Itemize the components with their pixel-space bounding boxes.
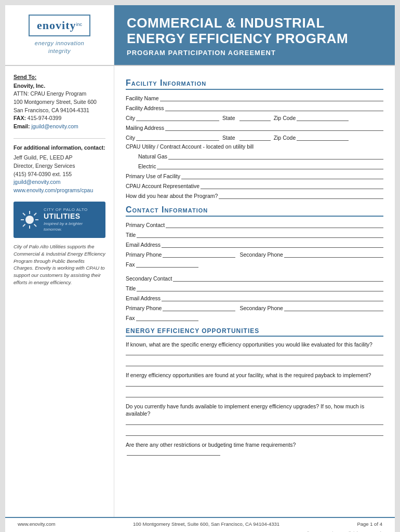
eeo-q2-text: If energy efficiency opportunities are f… bbox=[126, 371, 383, 388]
primary-phone-line-1[interactable] bbox=[163, 250, 235, 258]
footer-copyright: © 2009 Enovity Inc. All rights reserved. bbox=[5, 530, 395, 532]
email-row-1: Email Address bbox=[126, 241, 383, 248]
svg-line-5 bbox=[23, 213, 25, 216]
secondary-contact-row: Secondary Contact bbox=[126, 274, 383, 282]
state-line-2[interactable] bbox=[239, 134, 271, 141]
eeo-q3-line[interactable] bbox=[126, 429, 383, 436]
contact-phone: (415) 974-0390 ext. 155 bbox=[14, 170, 105, 179]
city-sun-svg bbox=[20, 210, 39, 230]
footer-page: Page 1 of 4 bbox=[357, 521, 382, 527]
phone-row-2: Primary Phone Secondary Phone bbox=[126, 304, 383, 311]
contact-title: Director, Energy Services bbox=[14, 162, 105, 170]
facility-address-label: Facility Address bbox=[126, 105, 164, 111]
natural-gas-line[interactable] bbox=[168, 152, 383, 159]
state-label-1: State bbox=[222, 115, 235, 121]
mailing-address-row: Mailing Address bbox=[126, 124, 383, 131]
city-line-1[interactable] bbox=[136, 114, 219, 121]
email-row-2: Email Address bbox=[126, 294, 383, 301]
email-label-1: Email Address bbox=[126, 242, 161, 248]
logo-text: enovity bbox=[37, 19, 76, 32]
electric-label: Electric bbox=[138, 163, 156, 169]
title-line-2[interactable] bbox=[137, 284, 383, 291]
title-line-1[interactable] bbox=[137, 231, 383, 238]
secondary-phone-line-2[interactable] bbox=[284, 304, 383, 311]
fax-label-2: Fax bbox=[126, 315, 135, 321]
facility-name-label: Facility Name bbox=[126, 95, 159, 101]
address1: 100 Montgomery Street, Suite 600 bbox=[14, 98, 105, 107]
eeo-q3-block: Do you currently have funds available to… bbox=[126, 403, 383, 436]
primary-contact-row: Primary Contact bbox=[126, 221, 383, 228]
cpau-rep-row: CPAU Account Representative bbox=[126, 182, 383, 189]
state-label-2: State bbox=[222, 135, 235, 141]
city-label-2: City bbox=[126, 135, 135, 141]
cpau-rep-line[interactable] bbox=[201, 182, 383, 189]
eeo-q1-line[interactable] bbox=[126, 359, 383, 366]
eeo-q1-block: If known, what are the specific energy e… bbox=[126, 341, 383, 366]
attn: ATTN: CPAU Energy Program bbox=[14, 90, 105, 98]
eeo-title: Energy Efficiency Opportunities bbox=[126, 327, 383, 337]
facility-name-line[interactable] bbox=[160, 94, 383, 101]
fax-label: FAX: bbox=[14, 115, 26, 121]
city-line-2[interactable] bbox=[136, 134, 219, 141]
eeo-q2-line[interactable] bbox=[126, 390, 383, 397]
fax-label-1: Fax bbox=[126, 261, 135, 268]
main-title: Commercial & Industrial Energy Efficienc… bbox=[127, 16, 382, 47]
city-state-zip-row-1: City State Zip Code bbox=[126, 114, 383, 121]
zip-line-2[interactable] bbox=[297, 134, 349, 141]
svg-line-7 bbox=[34, 213, 37, 216]
footer-row: www.enovity.com 100 Montgomery Street, S… bbox=[5, 517, 395, 530]
logo-box: enovityinc bbox=[29, 15, 90, 36]
email-line-2[interactable] bbox=[162, 294, 383, 301]
fax-line-1[interactable] bbox=[136, 260, 198, 268]
title-label-1: Title bbox=[126, 232, 136, 238]
fax-row-2: Fax bbox=[126, 314, 383, 321]
primary-contact-line[interactable] bbox=[166, 221, 383, 228]
facility-address-line[interactable] bbox=[165, 104, 383, 111]
title-row-2: Title bbox=[126, 284, 383, 291]
eeo-q4-block: Are there any other restrictions or budg… bbox=[126, 441, 383, 458]
primary-phone-label-1: Primary Phone bbox=[126, 251, 162, 258]
state-line-1[interactable] bbox=[239, 114, 271, 121]
primary-contact-label: Primary Contact bbox=[126, 222, 165, 228]
title-label-2: Title bbox=[126, 285, 136, 291]
additional-info-section: For additional information, contact: Jef… bbox=[14, 138, 105, 194]
facility-name-row: Facility Name bbox=[126, 94, 383, 101]
header: enovityinc energy innovation integrity C… bbox=[5, 5, 395, 66]
cpau-utility-row: CPAU Utility / Contract Account - locate… bbox=[126, 143, 383, 150]
mailing-address-label: Mailing Address bbox=[126, 125, 164, 131]
eeo-q1-text: If known, what are the specific energy e… bbox=[126, 341, 383, 357]
svg-line-8 bbox=[23, 224, 25, 227]
mailing-address-line[interactable] bbox=[165, 124, 383, 131]
fax-line-2[interactable] bbox=[136, 314, 198, 321]
additional-info-label: For additional information, contact: bbox=[14, 144, 105, 152]
secondary-phone-line-1[interactable] bbox=[284, 250, 383, 258]
sidebar-footer: City of Palo Alto Utilities supports the… bbox=[14, 243, 105, 286]
send-to-label: Send To: bbox=[14, 73, 105, 81]
secondary-contact-line[interactable] bbox=[173, 274, 383, 282]
main-content: Facility Information Facility Name Facil… bbox=[114, 66, 395, 517]
email-label-2: Email Address bbox=[126, 295, 161, 301]
phone-row-1: Primary Phone Secondary Phone bbox=[126, 250, 383, 258]
city-state-zip-row-2: City State Zip Code bbox=[126, 134, 383, 141]
eeo-q4-text: Are there any other restrictions or budg… bbox=[126, 441, 383, 458]
eeo-q2-block: If energy efficiency opportunities are f… bbox=[126, 371, 383, 397]
footer-website: www.enovity.com bbox=[18, 521, 56, 527]
primary-phone-line-2[interactable] bbox=[163, 304, 235, 311]
natural-gas-row: Natural Gas bbox=[126, 152, 383, 159]
title-row-1: Title bbox=[126, 231, 383, 238]
contact-web: www.enovity.com/programs/cpau bbox=[14, 187, 105, 194]
natural-gas-label: Natural Gas bbox=[138, 153, 167, 159]
primary-use-line[interactable] bbox=[181, 172, 383, 179]
fax-row-1: Fax bbox=[126, 260, 383, 268]
city-logo-icon bbox=[20, 210, 39, 230]
zip-line-1[interactable] bbox=[297, 114, 349, 121]
page: enovityinc energy innovation integrity C… bbox=[5, 5, 395, 532]
email-line-1[interactable] bbox=[162, 241, 383, 248]
electric-line[interactable] bbox=[157, 162, 383, 169]
hear-about-line[interactable] bbox=[219, 192, 383, 199]
contact-section-title: Contact Information bbox=[126, 205, 383, 217]
hear-about-label: How did you hear about the Program? bbox=[126, 193, 218, 199]
sidebar: Send To: Enovity, Inc. ATTN: CPAU Energy… bbox=[5, 66, 114, 517]
company-name: Enovity, Inc. bbox=[14, 82, 105, 90]
svg-point-0 bbox=[25, 216, 34, 224]
